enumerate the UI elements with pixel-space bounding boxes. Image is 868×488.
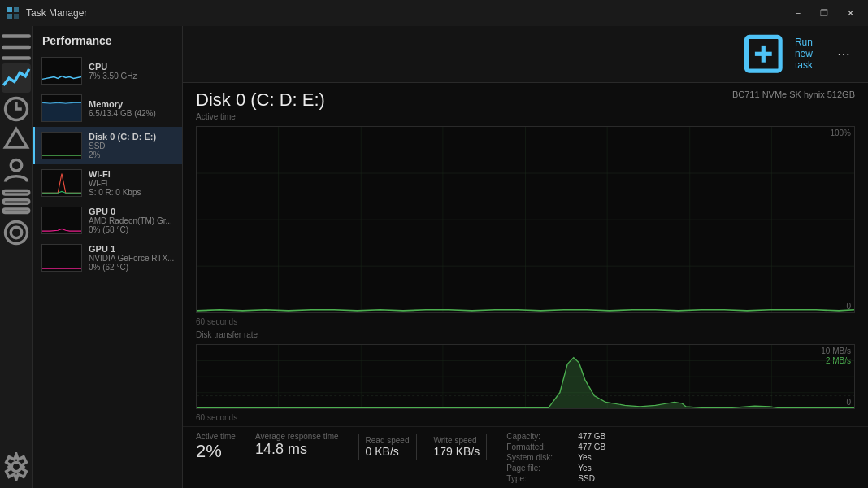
nav-app-history[interactable] (2, 94, 31, 124)
memory-label: Memory (89, 99, 176, 109)
svg-rect-12 (3, 209, 29, 213)
details-row-type: Type: SSD (506, 474, 605, 483)
nav-hamburger[interactable] (2, 33, 31, 62)
transfer-rate-svg (197, 345, 854, 408)
window-controls: − ❐ ✕ (787, 5, 861, 21)
chart-header: Disk 0 (C: D: E:) BC711 NVMe SK hynix 51… (196, 89, 855, 111)
gpu1-label: GPU 1 (89, 244, 176, 254)
svg-rect-5 (2, 46, 31, 50)
nav-services[interactable] (2, 218, 31, 247)
disk-thumb (41, 132, 82, 159)
sidebar-item-memory[interactable]: Memory 6.5/13.4 GB (42%) (33, 89, 182, 127)
svg-marker-8 (5, 129, 27, 148)
svg-rect-21 (42, 245, 81, 271)
restore-button[interactable]: ❐ (813, 5, 835, 21)
chart-title: Disk 0 (C: D: E:) (196, 89, 325, 111)
svg-rect-18 (42, 133, 81, 159)
sidebar-item-cpu[interactable]: CPU 7% 3.50 GHz (33, 52, 182, 89)
systemdisk-val: Yes (578, 453, 591, 462)
top-bar: Run new task ⋯ (183, 26, 868, 83)
avg-response-label: Average response time (255, 432, 339, 441)
cpu-thumb (41, 57, 82, 85)
nav-settings[interactable] (2, 452, 31, 481)
title-bar-left: Task Manager (7, 7, 87, 20)
sidebar-item-gpu1[interactable]: GPU 1 NVIDIA GeForce RTX... 0% (62 °C) (33, 239, 182, 277)
stats-footer: Active time 2% Average response time 14.… (183, 426, 868, 488)
more-options-button[interactable]: ⋯ (832, 45, 855, 63)
rw-speed-group: Read speed 0 KB/s Write speed 179 KB/s (358, 432, 488, 460)
svg-rect-6 (2, 56, 31, 60)
run-new-task-button[interactable]: Run new task (737, 31, 826, 77)
sidebar-item-gpu0[interactable]: GPU 0 AMD Radeon(TM) Gr... 0% (58 °C) (33, 202, 182, 239)
chart-device: BC711 NVMe SK hynix 512GB (732, 89, 855, 99)
formatted-val: 477 GB (578, 442, 605, 451)
svg-marker-17 (42, 102, 81, 121)
gpu0-sub1: AMD Radeon(TM) Gr... (89, 216, 176, 225)
top-bar-actions: Run new task ⋯ (737, 31, 855, 77)
gpu1-thumb (41, 244, 82, 272)
details-row-pagefile: Page file: Yes (506, 464, 605, 473)
memory-thumb (41, 94, 82, 122)
gpu0-info: GPU 0 AMD Radeon(TM) Gr... 0% (58 °C) (89, 207, 176, 234)
gpu0-label: GPU 0 (89, 207, 176, 216)
sidebar-header: Performance (33, 26, 182, 52)
svg-rect-1 (14, 7, 19, 12)
type-key: Type: (506, 474, 571, 483)
cpu-label: CPU (89, 62, 176, 72)
gpu0-sub2: 0% (58 °C) (89, 225, 176, 234)
run-new-task-label: Run new task (788, 37, 819, 71)
time-label-1: 60 seconds (196, 316, 855, 327)
write-speed-label: Write speed (434, 436, 480, 445)
main-content: Run new task ⋯ Disk 0 (C: D: E:) BC711 N… (183, 26, 868, 488)
write-speed-value: 179 KB/s (434, 445, 480, 458)
sidebar-item-wifi[interactable]: Wi-Fi Wi-Fi S: 0 R: 0 Kbps (33, 164, 182, 202)
nav-startup[interactable] (2, 125, 31, 155)
wifi-thumb (41, 169, 82, 197)
memory-sub: 6.5/13.4 GB (42%) (89, 109, 176, 118)
avg-response-stat: Average response time 14.8 ms (255, 432, 339, 459)
type-val: SSD (578, 474, 595, 483)
write-speed-item: Write speed 179 KB/s (427, 434, 488, 460)
disk0-info: Disk 0 (C: D: E:) SSD 2% (89, 132, 176, 159)
read-speed-item: Read speed 0 KB/s (358, 434, 417, 460)
systemdisk-key: System disk: (506, 453, 571, 462)
transfer-rate-chart: 10 MB/s 2 MB/s (196, 344, 855, 409)
details-row-formatted: Formatted: 477 GB (506, 442, 605, 451)
nav-details[interactable] (2, 187, 31, 216)
icon-nav (0, 26, 33, 488)
app-body: Performance CPU 7% 3.50 GHz (0, 26, 868, 488)
cpu-info: CPU 7% 3.50 GHz (89, 62, 176, 81)
svg-point-9 (11, 160, 22, 172)
chart-area: Disk 0 (C: D: E:) BC711 NVMe SK hynix 51… (183, 83, 868, 426)
cpu-sub: 7% 3.50 GHz (89, 72, 176, 81)
window-title: Task Manager (26, 7, 87, 19)
disk0-sub2: 2% (89, 150, 176, 159)
active-time-stat-value: 2% (196, 441, 236, 462)
nav-users[interactable] (2, 156, 31, 185)
active-time-svg (197, 127, 854, 312)
active-time-chart: 100% 0 (196, 126, 855, 313)
transfer-rate-label-text: Disk transfer rate (196, 330, 855, 339)
wifi-sub1: Wi-Fi (89, 179, 176, 188)
wifi-sub2: S: 0 R: 0 Kbps (89, 188, 176, 197)
close-button[interactable]: ✕ (839, 5, 861, 21)
app-icon (7, 7, 20, 20)
memory-info: Memory 6.5/13.4 GB (42%) (89, 99, 176, 118)
sidebar-item-disk0[interactable]: Disk 0 (C: D: E:) SSD 2% (33, 127, 182, 164)
minimize-button[interactable]: − (787, 5, 809, 21)
wifi-info: Wi-Fi Wi-Fi S: 0 R: 0 Kbps (89, 169, 176, 197)
sidebar: Performance CPU 7% 3.50 GHz (33, 26, 183, 488)
rw-speeds: Read speed 0 KB/s Write speed 179 KB/s (358, 434, 488, 460)
nav-performance[interactable] (2, 63, 31, 93)
gpu1-sub2: 0% (62 °C) (89, 263, 176, 272)
details-table: Capacity: 477 GB Formatted: 477 GB Syste… (506, 432, 605, 483)
transfer-min-label: 0 (846, 398, 851, 407)
capacity-val: 477 GB (578, 432, 605, 441)
avg-response-value: 14.8 ms (255, 441, 339, 459)
svg-rect-11 (3, 200, 29, 204)
svg-rect-2 (7, 14, 12, 19)
time-label-2: 60 seconds (196, 412, 855, 423)
svg-rect-0 (7, 7, 12, 12)
formatted-key: Formatted: (506, 442, 571, 451)
active-time-stat-label: Active time (196, 432, 236, 441)
